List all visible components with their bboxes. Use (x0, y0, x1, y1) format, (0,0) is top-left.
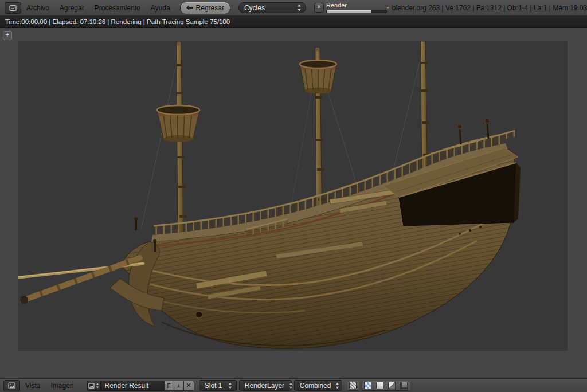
scene-stats-text: blender.org 263 | Ve:1702 | Fa:1312 | Ob… (392, 4, 587, 12)
browse-image-button[interactable] (87, 381, 101, 391)
info-editor-icon (9, 5, 17, 11)
fake-user-button[interactable]: F (164, 381, 174, 391)
draw-channel-rgba-button[interactable] (362, 381, 374, 391)
back-button-label: Regresar (196, 4, 224, 12)
menu-imagen[interactable]: Imagen (45, 378, 79, 392)
menu-ayuda[interactable]: Ayuda (146, 1, 175, 15)
draw-channel-rgb-button[interactable] (374, 381, 386, 391)
render-status-text: Time:00:00.00 | Elapsed: 07:10.26 | Rend… (5, 18, 230, 25)
unlink-image-button[interactable]: ✕ (183, 381, 194, 391)
editor-type-button-image[interactable] (3, 380, 20, 391)
chevron-updown-icon (228, 382, 232, 389)
chevron-updown-icon (335, 382, 339, 389)
render-progress-widget: Render (326, 2, 387, 13)
render-result-image[interactable] (18, 41, 568, 351)
menu-vista[interactable]: Vista (20, 378, 45, 392)
porthole (195, 311, 202, 318)
display-dither-icon (349, 382, 357, 389)
image-name-field[interactable]: Render Result (100, 381, 165, 391)
draw-channel-z-button[interactable] (398, 381, 410, 391)
draw-channel-alpha-button[interactable] (386, 381, 398, 391)
engine-selected-label: Cycles (244, 4, 265, 12)
image-browse-icon (88, 383, 95, 389)
blender-logo-icon (387, 3, 389, 12)
draw-channels-group (362, 381, 410, 391)
render-layer-select[interactable]: RenderLayer (239, 380, 292, 391)
region-plus-icon[interactable]: + (3, 31, 12, 40)
close-icon: ✕ (186, 382, 191, 389)
slot-selected-label: Slot 1 (205, 382, 222, 390)
layer-selected-label: RenderLayer (245, 382, 284, 390)
ship-render (18, 41, 568, 351)
render-progress-bar (326, 10, 387, 13)
display-alpha-icon (388, 382, 396, 389)
cancel-render-icon: ✕ (317, 4, 322, 10)
menu-archivo[interactable]: Archivo (21, 1, 54, 15)
slot-select[interactable]: Slot 1 (199, 380, 237, 391)
image-editor-icon (8, 382, 15, 389)
display-rgba-icon (364, 382, 371, 389)
new-image-button[interactable]: + (174, 381, 184, 391)
render-engine-select[interactable]: Cycles (238, 2, 306, 13)
fore-crows-nest (157, 105, 199, 142)
chevron-updown-icon (96, 383, 99, 389)
info-header: Archivo Agregar Procesamiento Ayuda Regr… (0, 0, 587, 16)
menu-procesamiento[interactable]: Procesamiento (89, 1, 146, 15)
back-icon (186, 5, 193, 11)
plus-icon: + (177, 382, 180, 389)
display-z-icon (400, 382, 408, 389)
editor-type-button[interactable] (5, 2, 21, 14)
menu-agregar[interactable]: Agregar (54, 1, 89, 15)
image-name-text: Render Result (105, 382, 149, 390)
render-job-label: Render (326, 2, 387, 9)
draw-channel-dither-button[interactable] (347, 381, 359, 391)
image-editor-region[interactable]: + (0, 27, 587, 378)
image-editor-header: Vista Imagen Render Result F + ✕ Slot 1 (0, 378, 587, 392)
image-datablock-group: Render Result F + ✕ (87, 381, 194, 391)
chevron-updown-icon (297, 4, 302, 11)
render-progress-fill (327, 10, 371, 13)
chevron-updown-icon (289, 382, 293, 389)
render-status-bar: Time:00:00.00 | Elapsed: 07:10.26 | Rend… (0, 16, 587, 28)
main-crows-nest (300, 60, 336, 94)
pass-selected-label: Combined (300, 382, 331, 390)
back-to-previous-button[interactable]: Regresar (180, 2, 230, 14)
render-pass-select[interactable]: Combined (294, 380, 342, 391)
scene-stats: blender.org 263 | Ve:1702 | Fa:1312 | Ob… (387, 3, 587, 12)
display-rgb-icon (376, 382, 383, 389)
cancel-render-button[interactable]: ✕ (314, 3, 324, 13)
